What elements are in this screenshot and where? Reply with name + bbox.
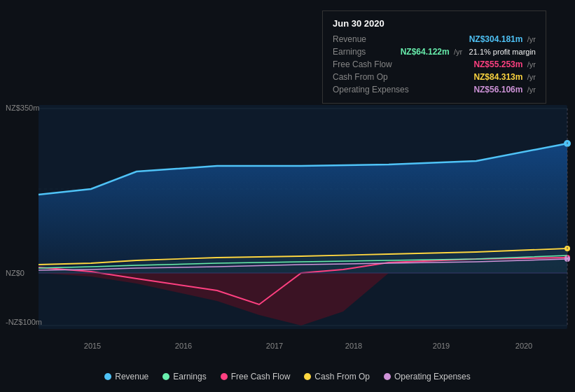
tooltip-unit-fcf: /yr (527, 60, 536, 69)
tooltip-row-earnings: Earnings NZ$64.122m /yr 21.1% profit mar… (333, 46, 536, 58)
tooltip-unit-opex: /yr (527, 85, 536, 94)
tooltip-unit-earnings: /yr (454, 48, 462, 56)
legend-label-earnings: Earnings (173, 372, 206, 382)
tooltip-row-fcf: Free Cash Flow NZ$55.253m /yr (333, 58, 536, 71)
tooltip-value-revenue: NZ$304.181m (469, 34, 523, 44)
legend-item-fcf[interactable]: Free Cash Flow (221, 372, 291, 382)
tooltip-label-cashop: Cash From Op (333, 72, 388, 82)
y-label-mid: NZ$0 (6, 269, 25, 277)
x-label-2020: 2020 (515, 342, 532, 350)
tooltip-value-opex: NZ$56.106m (473, 85, 522, 94)
tooltip-row-opex: Operating Expenses NZ$56.106m /yr (333, 83, 536, 96)
y-label-top: NZ$350m (6, 104, 39, 112)
legend-item-revenue[interactable]: Revenue (104, 372, 148, 382)
tooltip-box: Jun 30 2020 Revenue NZ$304.181m /yr Earn… (322, 10, 546, 104)
tooltip-label-earnings: Earnings (333, 47, 366, 57)
chart-legend: Revenue Earnings Free Cash Flow Cash Fro… (0, 372, 575, 382)
legend-label-opex: Operating Expenses (394, 372, 471, 382)
tooltip-row-revenue: Revenue NZ$304.181m /yr (333, 33, 536, 46)
tooltip-unit-cashop: /yr (527, 73, 536, 81)
legend-dot-revenue (104, 373, 111, 380)
tooltip-label-fcf: Free Cash Flow (333, 59, 392, 69)
legend-label-revenue: Revenue (115, 372, 148, 382)
legend-dot-fcf (221, 373, 228, 380)
legend-dot-earnings (162, 373, 169, 380)
legend-dot-opex (384, 373, 391, 380)
tooltip-label-opex: Operating Expenses (333, 85, 409, 94)
tooltip-value-cashop: NZ$84.313m (473, 72, 522, 82)
tooltip-value-fcf: NZ$55.253m (473, 59, 522, 69)
x-label-2017: 2017 (266, 342, 283, 350)
tooltip-date: Jun 30 2020 (333, 18, 536, 29)
x-label-2018: 2018 (345, 342, 362, 350)
tooltip-unit-revenue: /yr (527, 35, 536, 43)
chart-container: NZ$350m NZ$0 -NZ$100m 2015 2016 2017 201… (0, 0, 575, 392)
tooltip-row-cashop: Cash From Op NZ$84.313m /yr (333, 71, 536, 83)
y-label-bot: -NZ$100m (6, 318, 42, 326)
legend-label-fcf: Free Cash Flow (231, 372, 291, 382)
legend-label-cashop: Cash From Op (314, 372, 370, 382)
legend-item-earnings[interactable]: Earnings (162, 372, 206, 382)
x-label-2015: 2015 (84, 342, 101, 350)
tooltip-value-earnings: NZ$64.122m (401, 47, 450, 57)
tooltip-label-revenue: Revenue (333, 34, 366, 44)
tooltip-sub-earnings: 21.1% profit margin (469, 48, 536, 56)
legend-dot-cashop (304, 373, 311, 380)
x-label-2016: 2016 (175, 342, 192, 350)
legend-item-opex[interactable]: Operating Expenses (384, 372, 471, 382)
legend-item-cashop[interactable]: Cash From Op (304, 372, 370, 382)
x-label-2019: 2019 (433, 342, 450, 350)
